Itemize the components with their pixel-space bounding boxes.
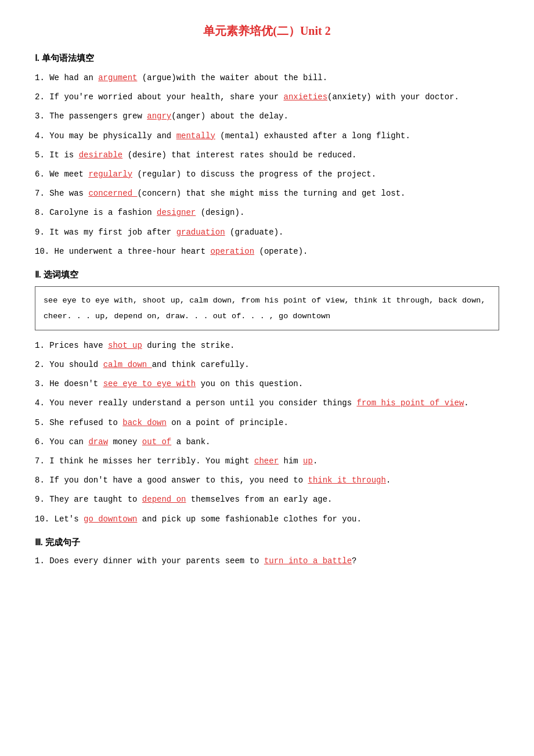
s2q7-before: 7. I think he misses her terribly. You m… — [35, 456, 254, 466]
s2q3-before: 3. He doesn't — [35, 379, 103, 388]
q9-answer: graduation — [176, 228, 225, 237]
section2-q3: 3. He doesn't see eye to eye with you on… — [35, 377, 499, 391]
s2q7-middle: him — [279, 456, 303, 466]
s2q10-answer: go downtown — [84, 514, 137, 524]
section2-q5: 5. She refused to back down on a point o… — [35, 416, 499, 430]
s2q3-answer: see eye to eye with — [103, 379, 196, 388]
q10-answer: operation — [210, 247, 254, 256]
s2q3-after: you on this question. — [196, 379, 303, 388]
q8-after: (design). — [196, 208, 244, 217]
s2q5-after: on a point of principle. — [167, 418, 288, 427]
s2q4-answer: from his point of view — [357, 398, 464, 408]
section1-q1: 1. We had an argument (argue)with the wa… — [35, 71, 499, 85]
section1-q5: 5. It is desirable (desire) that interes… — [35, 148, 499, 163]
q1-num: 1. We had an — [35, 73, 98, 82]
q2-after: (anxiety) with your doctor. — [327, 92, 459, 102]
section1-q7: 7. She was concerned (concern) that she … — [35, 186, 499, 201]
s2q2-after: and think carefully. — [152, 360, 250, 369]
section2-q2: 2. You should calm down and think carefu… — [35, 358, 499, 372]
s2q2-before: 2. You should — [35, 360, 103, 369]
s3q1-answer: turn into a battle — [264, 556, 352, 566]
s2q6-middle: money — [108, 437, 142, 447]
q8-answer: designer — [157, 208, 196, 217]
word-box: see eye to eye with, shoot up, calm down… — [35, 286, 499, 330]
s2q7-after: . — [313, 456, 317, 466]
s2q5-before: 5. She refused to — [35, 418, 122, 427]
s2q4-after: . — [464, 398, 468, 408]
s2q1-answer: shot up — [108, 341, 142, 350]
q5-after: (desire) that interest rates should be r… — [122, 150, 356, 160]
section2-q10: 10. Let's go downtown and pick up some f… — [35, 512, 499, 527]
page-title: 单元素养培优(二）Unit 2 — [35, 23, 499, 39]
s2q6-before: 6. You can — [35, 437, 88, 447]
q7-before: 7. She was — [35, 189, 88, 198]
section1-q9: 9. It was my first job after graduation … — [35, 225, 499, 240]
q6-answer: regularly — [88, 170, 132, 179]
section1-q6: 6. We meet regularly (regular) to discus… — [35, 167, 499, 182]
s2q8-answer: think it through — [308, 476, 385, 485]
q5-answer: desirable — [79, 150, 123, 160]
section1: Ⅰ. 单句语法填空 1. We had an argument (argue)w… — [35, 53, 499, 259]
s2q7-answer1: cheer — [254, 456, 279, 466]
q3-after: (anger) about the delay. — [171, 111, 288, 121]
section2-q6: 6. You can draw money out of a bank. — [35, 435, 499, 449]
s2q1-before: 1. Prices have — [35, 341, 108, 350]
s2q10-after: and pick up some fashionable clothes for… — [137, 514, 361, 524]
q6-after: (regular) to discuss the progress of the… — [132, 170, 376, 179]
q2-before: 2. If you're worried about your health, … — [35, 92, 283, 102]
q7-answer: concerned — [88, 189, 137, 198]
q2-answer: anxieties — [283, 92, 327, 102]
q1-answer: argument — [98, 73, 137, 82]
q8-before: 8. Carolyne is a fashion — [35, 208, 157, 217]
q7-after: (concern) that she might miss the turnin… — [137, 189, 405, 198]
s2q9-answer: depend on — [142, 495, 186, 504]
s2q10-before: 10. Let's — [35, 514, 84, 524]
s2q4-before: 4. You never really understand a person … — [35, 398, 357, 408]
s3q1-before: 1. Does every dinner with your parents s… — [35, 556, 264, 566]
section2-q1: 1. Prices have shot up during the strike… — [35, 339, 499, 353]
section1-q3: 3. The passengers grew angry(anger) abou… — [35, 109, 499, 124]
s2q8-after: . — [386, 476, 391, 485]
q10-before: 10. He underwent a three-hour heart — [35, 247, 210, 256]
q9-before: 9. It was my first job after — [35, 228, 176, 237]
section2: Ⅱ. 选词填空 see eye to eye with, shoot up, c… — [35, 269, 499, 527]
s2q5-answer: back down — [122, 418, 167, 427]
s3q1-after: ? — [352, 556, 356, 566]
section1-q8: 8. Carolyne is a fashion designer (desig… — [35, 206, 499, 220]
s2q1-after: during the strike. — [142, 341, 235, 350]
s2q8-before: 8. If you don't have a good answer to th… — [35, 476, 308, 485]
q6-before: 6. We meet — [35, 170, 88, 179]
section2-q8: 8. If you don't have a good answer to th… — [35, 473, 499, 488]
section2-heading: Ⅱ. 选词填空 — [35, 269, 499, 280]
q9-after: (graduate). — [225, 228, 284, 237]
section1-q4: 4. You may be physically and mentally (m… — [35, 129, 499, 143]
s2q6-after: a bank. — [171, 437, 210, 447]
s2q6-answer2: out of — [142, 437, 171, 447]
section2-q4: 4. You never really understand a person … — [35, 396, 499, 411]
section2-q7: 7. I think he misses her terribly. You m… — [35, 454, 499, 469]
q4-after: (mental) exhausted after a long flight. — [215, 131, 410, 141]
s2q9-before: 9. They are taught to — [35, 495, 142, 504]
section2-q9: 9. They are taught to depend on themselv… — [35, 492, 499, 507]
s2q7-answer2: up — [303, 456, 313, 466]
s2q9-after: themselves from an early age. — [186, 495, 332, 504]
section3: Ⅲ. 完成句子 1. Does every dinner with your p… — [35, 537, 499, 568]
section3-heading: Ⅲ. 完成句子 — [35, 537, 499, 548]
q3-answer: angry — [147, 111, 171, 121]
q3-before: 3. The passengers grew — [35, 111, 147, 121]
section3-q1: 1. Does every dinner with your parents s… — [35, 554, 499, 568]
section1-q2: 2. If you're worried about your health, … — [35, 90, 499, 105]
q4-before: 4. You may be physically and — [35, 131, 176, 141]
section1-q10: 10. He underwent a three-hour heart oper… — [35, 244, 499, 259]
s2q6-answer1: draw — [88, 437, 108, 447]
q10-after: (operate). — [254, 247, 308, 256]
q4-answer: mentally — [176, 131, 215, 141]
q1-after: (argue)with the waiter about the bill. — [137, 73, 327, 82]
section1-heading: Ⅰ. 单句语法填空 — [35, 53, 499, 64]
s2q2-answer: calm down — [103, 360, 152, 369]
q5-before: 5. It is — [35, 150, 79, 160]
